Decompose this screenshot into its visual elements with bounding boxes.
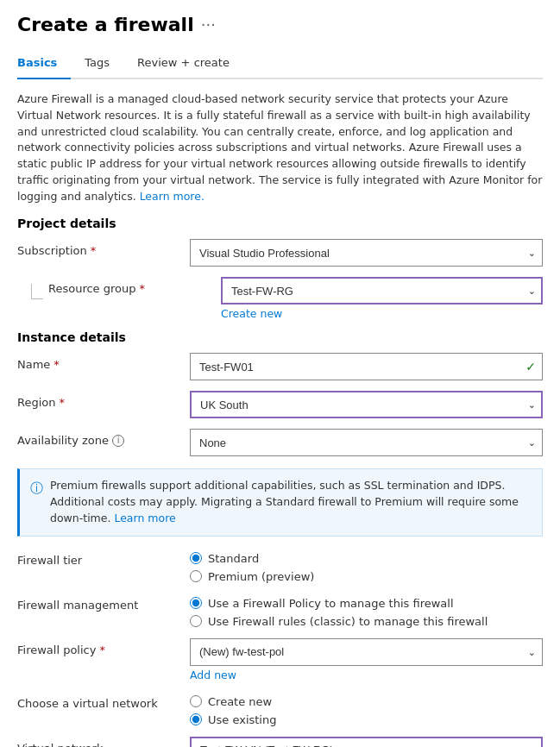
- firewall-policy-control: (New) fw-test-pol ⌄ Add new: [190, 638, 543, 681]
- virtual-network-choice-row: Choose a virtual network Create new Use …: [17, 692, 543, 726]
- firewall-policy-label: Firewall policy *: [17, 638, 190, 656]
- instance-details-title: Instance details: [17, 330, 543, 344]
- tab-tags[interactable]: Tags: [85, 49, 123, 79]
- project-details-title: Project details: [17, 217, 543, 230]
- name-input-wrapper: Test-FW01 ✓: [190, 353, 543, 380]
- resource-group-select-wrapper: Test-FW-RG ⌄: [221, 277, 543, 304]
- firewall-management-options: Use a Firewall Policy to manage this fir…: [190, 593, 543, 628]
- firewall-management-policy[interactable]: Use a Firewall Policy to manage this fir…: [190, 597, 543, 610]
- page-header: Create a firewall ···: [17, 14, 543, 35]
- resource-group-indent: [31, 284, 43, 299]
- subscription-row: Subscription * Visual Studio Professiona…: [17, 239, 543, 267]
- virtual-network-row: Virtual network Test-FW-VN (Test-FW-RG) …: [17, 737, 543, 748]
- virtual-network-use-existing[interactable]: Use existing: [190, 713, 543, 726]
- info-box: ⓘ Premium firewalls support additional c…: [17, 468, 543, 536]
- firewall-tier-premium-radio[interactable]: [190, 570, 202, 582]
- firewall-management-row: Firewall management Use a Firewall Polic…: [17, 593, 543, 628]
- availability-zone-row: Availability zone i None ⌄: [17, 429, 543, 456]
- virtual-network-select[interactable]: Test-FW-VN (Test-FW-RG): [190, 737, 543, 748]
- firewall-policy-add-new[interactable]: Add new: [190, 669, 236, 681]
- availability-zone-select[interactable]: None: [190, 429, 543, 456]
- firewall-tier-row: Firewall tier Standard Premium (preview): [17, 549, 543, 583]
- resource-group-wrap: Resource group * Test-FW-RG ⌄ Create new: [48, 277, 543, 320]
- availability-zone-select-wrapper: None ⌄: [190, 429, 543, 456]
- subscription-label: Subscription *: [17, 239, 190, 257]
- subscription-select-wrapper: Visual Studio Professional ⌄: [190, 239, 543, 267]
- region-control: UK South ⌄: [190, 391, 543, 418]
- resource-group-control: Test-FW-RG ⌄ Create new: [221, 277, 543, 320]
- subscription-required: *: [91, 244, 97, 257]
- virtual-network-select-wrapper: Test-FW-VN (Test-FW-RG) ⌄: [190, 737, 543, 748]
- virtual-network-label: Virtual network: [17, 737, 190, 748]
- firewall-policy-required: *: [99, 643, 105, 656]
- info-box-icon: ⓘ: [30, 479, 43, 526]
- firewall-management-rules-radio[interactable]: [190, 615, 202, 627]
- region-required: *: [60, 396, 66, 409]
- firewall-tier-options: Standard Premium (preview): [190, 549, 543, 583]
- subscription-select[interactable]: Visual Studio Professional: [190, 239, 543, 267]
- more-options-icon[interactable]: ···: [201, 16, 216, 34]
- virtual-network-create-radio[interactable]: [190, 695, 202, 707]
- name-required: *: [53, 358, 60, 371]
- virtual-network-choice-options: Create new Use existing: [190, 692, 543, 726]
- name-row: Name * Test-FW01 ✓: [17, 353, 543, 380]
- firewall-policy-select[interactable]: (New) fw-test-pol: [190, 638, 543, 666]
- region-label: Region *: [17, 391, 190, 409]
- virtual-network-choice-label: Choose a virtual network: [17, 692, 190, 710]
- description-learn-more[interactable]: Learn more.: [140, 190, 204, 203]
- page-description: Azure Firewall is a managed cloud-based …: [17, 91, 543, 204]
- firewall-tier-label: Firewall tier: [17, 549, 190, 567]
- firewall-management-label: Firewall management: [17, 593, 190, 612]
- availability-zone-info-icon[interactable]: i: [112, 435, 124, 447]
- region-select[interactable]: UK South: [190, 391, 543, 418]
- virtual-network-create-new[interactable]: Create new: [190, 695, 543, 708]
- name-control: Test-FW01 ✓: [190, 353, 543, 380]
- region-select-wrapper: UK South ⌄: [190, 391, 543, 418]
- info-box-text: Premium firewalls support additional cap…: [50, 478, 532, 526]
- firewall-tier-standard-radio[interactable]: [190, 552, 202, 564]
- resource-group-select[interactable]: Test-FW-RG: [221, 277, 543, 304]
- info-box-learn-more[interactable]: Learn more: [114, 512, 175, 524]
- tab-basics[interactable]: Basics: [17, 49, 71, 79]
- firewall-policy-select-wrapper: (New) fw-test-pol ⌄: [190, 638, 543, 666]
- page-title: Create a firewall: [17, 14, 194, 35]
- tab-review-create[interactable]: Review + create: [137, 49, 243, 79]
- resource-group-create-new[interactable]: Create new: [221, 307, 282, 320]
- subscription-control: Visual Studio Professional ⌄: [190, 239, 543, 267]
- firewall-management-rules[interactable]: Use Firewall rules (classic) to manage t…: [190, 615, 543, 628]
- tab-bar: Basics Tags Review + create: [17, 49, 543, 79]
- name-label: Name *: [17, 353, 190, 371]
- firewall-management-policy-radio[interactable]: [190, 597, 202, 609]
- firewall-tier-standard[interactable]: Standard: [190, 552, 543, 565]
- resource-group-row: Resource group * Test-FW-RG ⌄ Create new: [17, 277, 543, 320]
- region-row: Region * UK South ⌄: [17, 391, 543, 418]
- name-input[interactable]: Test-FW01: [190, 353, 543, 380]
- firewall-policy-row: Firewall policy * (New) fw-test-pol ⌄ Ad…: [17, 638, 543, 681]
- resource-group-label: Resource group *: [48, 277, 221, 295]
- resource-group-required: *: [140, 282, 146, 295]
- virtual-network-control: Test-FW-VN (Test-FW-RG) ⌄: [190, 737, 543, 748]
- virtual-network-existing-radio[interactable]: [190, 713, 202, 725]
- firewall-tier-premium[interactable]: Premium (preview): [190, 570, 543, 583]
- name-check-icon: ✓: [525, 360, 536, 374]
- availability-zone-control: None ⌄: [190, 429, 543, 456]
- availability-zone-label: Availability zone i: [17, 429, 190, 447]
